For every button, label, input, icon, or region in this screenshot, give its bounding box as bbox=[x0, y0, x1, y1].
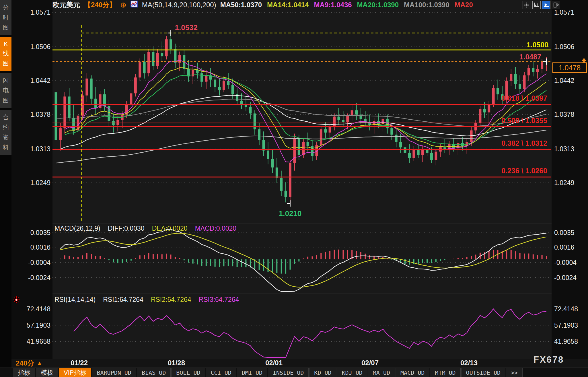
macd-tick-right: 0.0035 bbox=[554, 229, 574, 236]
macd-tick-right: -0.0004 bbox=[554, 259, 577, 266]
indicator-tab-11[interactable]: MA_UD bbox=[368, 368, 395, 377]
macd-diff-value: DIFF:0.0030 bbox=[108, 225, 145, 232]
chevron-up-icon: ▲ bbox=[36, 359, 43, 367]
symbol-title: 欧元美元 bbox=[52, 0, 80, 9]
price-tick-right: 1.0442 bbox=[554, 77, 574, 84]
current-period-chip[interactable]: 240分 ▲ bbox=[16, 359, 43, 368]
date-label: 02/13 bbox=[460, 359, 478, 367]
sidebar-tab-0[interactable]: 分时图 bbox=[0, 0, 11, 35]
indicator-tab-1[interactable]: 模板 bbox=[36, 368, 58, 377]
ma-params-label: MA(50,14,9,20,100,200) bbox=[142, 1, 216, 9]
indicator-tab-0[interactable]: 指标 bbox=[13, 368, 35, 377]
indicator-tab-4[interactable]: BIAS_UD bbox=[137, 368, 171, 377]
indicator-tab-15[interactable]: >> bbox=[506, 368, 523, 377]
ma-legend-2: MA9:1.0436 bbox=[314, 1, 352, 9]
rsi2-value: RSI2:64.7264 bbox=[151, 296, 191, 304]
rsi-tick-right: 41.9658 bbox=[554, 338, 578, 345]
exit-panel-icon[interactable] bbox=[552, 1, 560, 9]
last-high-label: 1.0487 bbox=[519, 53, 541, 61]
macd-tick-left: -0.0024 bbox=[28, 274, 50, 281]
fib-label: 0.618 \ 1.0397 bbox=[501, 94, 547, 102]
axis-chart-icon[interactable] bbox=[532, 1, 541, 9]
date-label: 02/01 bbox=[265, 359, 283, 367]
indicator-tab-5[interactable]: BOLL_UD bbox=[171, 368, 205, 377]
date-label: 01/22 bbox=[71, 359, 88, 367]
compare-icon[interactable]: ⊕ bbox=[120, 1, 126, 9]
mini-chart-icon[interactable] bbox=[131, 1, 138, 9]
macd-tick-left: 0.0035 bbox=[30, 229, 50, 236]
peak-price-label: 1.0532 bbox=[175, 23, 198, 32]
price-tick-left: 1.0506 bbox=[30, 43, 50, 50]
rsi-tick-right: 57.1903 bbox=[554, 322, 578, 329]
period-badge[interactable]: 【240分】 bbox=[84, 0, 116, 9]
chart-header: 欧元美元 【240分】 ⊕ MA(50,14,9,20,100,200) MA5… bbox=[11, 0, 478, 10]
ma-legend-3: MA20:1.0390 bbox=[357, 1, 399, 9]
macd-title: MACD(26,12,9) bbox=[54, 225, 100, 232]
panel-divider bbox=[52, 223, 552, 224]
rsi-title: RSI(14,14,14) bbox=[54, 296, 96, 304]
macd-tick-left: 0.0016 bbox=[30, 244, 50, 251]
sidebar-tab-2[interactable]: 闪电图 bbox=[0, 73, 11, 108]
indicator-tab-6[interactable]: CCI_UD bbox=[206, 368, 236, 377]
indicator-tab-10[interactable]: KDJ_UD bbox=[337, 368, 367, 377]
ma-legend-4: MA100:1.0390 bbox=[404, 1, 449, 9]
indicator-tab-13[interactable]: MTM_UD bbox=[430, 368, 460, 377]
fib-label: 0.382 \ 1.0312 bbox=[501, 139, 547, 147]
watermark: FX678 bbox=[534, 355, 564, 365]
ma-legend-5: MA20 bbox=[455, 1, 473, 9]
current-price-value: 1.0478 bbox=[559, 64, 581, 72]
grid-pan-icon[interactable] bbox=[523, 1, 531, 9]
sidebar: 分时图K线图闪电图合约资料 bbox=[0, 0, 11, 377]
rsi3-value: RSI3:64.7264 bbox=[199, 296, 239, 304]
macd-tick-right: -0.0024 bbox=[554, 274, 577, 281]
axis-active-icon[interactable] bbox=[542, 1, 550, 9]
ma-legend-0: MA50:1.0370 bbox=[220, 1, 262, 9]
ma-legend-1: MA14:1.0414 bbox=[267, 1, 309, 9]
fib-label: 0.236 \ 1.0260 bbox=[501, 167, 547, 175]
sidebar-tab-3[interactable]: 合约资料 bbox=[0, 110, 11, 155]
trading-app-window: 1.05711.05711.05061.05061.04421.04421.03… bbox=[0, 0, 588, 377]
price-tick-right: 1.0313 bbox=[554, 145, 574, 153]
sidebar-tab-1[interactable]: K线图 bbox=[0, 37, 11, 71]
low-price-label: 1.0210 bbox=[279, 209, 302, 218]
hline-label: 1.0500 bbox=[527, 41, 548, 49]
rsi-tick-left: 72.4148 bbox=[27, 305, 50, 313]
price-tick-left: 1.0249 bbox=[30, 179, 50, 186]
indicator-tab-12[interactable]: MACD_UD bbox=[396, 368, 429, 377]
price-tick-left: 1.0313 bbox=[30, 145, 50, 153]
xaxis-strip bbox=[0, 359, 588, 368]
indicator-tab-2[interactable]: VIP指标 bbox=[59, 368, 91, 377]
macd-label-row: MACD(26,12,9) DIFF:0.0030 DEA:0.0020 MAC… bbox=[54, 225, 236, 232]
indicator-tab-bar: 指标模板VIP指标BARUPDN_UDBIAS_UDBOLL_UDCCI_UDD… bbox=[0, 368, 588, 377]
alert-beacon-icon[interactable] bbox=[13, 296, 20, 305]
ma-values: MA50:1.0370MA14:1.0414MA9:1.0436MA20:1.0… bbox=[220, 1, 478, 9]
fib-label: 0.500 \ 1.0355 bbox=[501, 116, 547, 125]
macd-macd-value: MACD:0.0020 bbox=[195, 225, 236, 232]
indicator-tab-9[interactable]: KD_UD bbox=[309, 368, 336, 377]
chart-background bbox=[0, 0, 588, 377]
macd-tick-left: -0.0004 bbox=[28, 259, 50, 266]
indicator-tab-3[interactable]: BARUPDN_UD bbox=[92, 368, 136, 377]
macd-dea-value: DEA:0.0020 bbox=[152, 225, 188, 232]
rsi1-value: RSI1:64.7264 bbox=[103, 296, 143, 304]
price-tick-left: 1.0571 bbox=[30, 9, 50, 16]
date-label: 01/28 bbox=[168, 359, 185, 367]
rsi-label-row: RSI(14,14,14) RSI1:64.7264 RSI2:64.7264 … bbox=[54, 296, 239, 304]
indicator-tab-8[interactable]: INSIDE_UD bbox=[268, 368, 309, 377]
chart-toolbar bbox=[523, 1, 560, 9]
indicator-tab-14[interactable]: OUTSIDE_UD bbox=[461, 368, 505, 377]
rsi-tick-right: 72.4148 bbox=[554, 305, 578, 313]
indicator-tab-7[interactable]: DMI_UD bbox=[237, 368, 267, 377]
current-period-label: 240分 bbox=[16, 359, 34, 368]
chart-canvas[interactable]: 1.05711.05711.05061.05061.04421.04421.03… bbox=[0, 0, 588, 377]
rsi-tick-left: 41.9658 bbox=[27, 338, 50, 345]
rsi-tick-left: 57.1903 bbox=[27, 322, 50, 329]
macd-tick-right: 0.0016 bbox=[554, 244, 574, 251]
price-tick-right: 1.0249 bbox=[554, 179, 574, 186]
price-tick-left: 1.0378 bbox=[30, 111, 50, 118]
price-tick-right: 1.0378 bbox=[554, 111, 574, 118]
price-tick-right: 1.0571 bbox=[554, 9, 574, 16]
date-label: 02/07 bbox=[361, 359, 379, 367]
price-tick-right: 1.0506 bbox=[554, 43, 574, 50]
price-tick-left: 1.0442 bbox=[30, 77, 50, 84]
